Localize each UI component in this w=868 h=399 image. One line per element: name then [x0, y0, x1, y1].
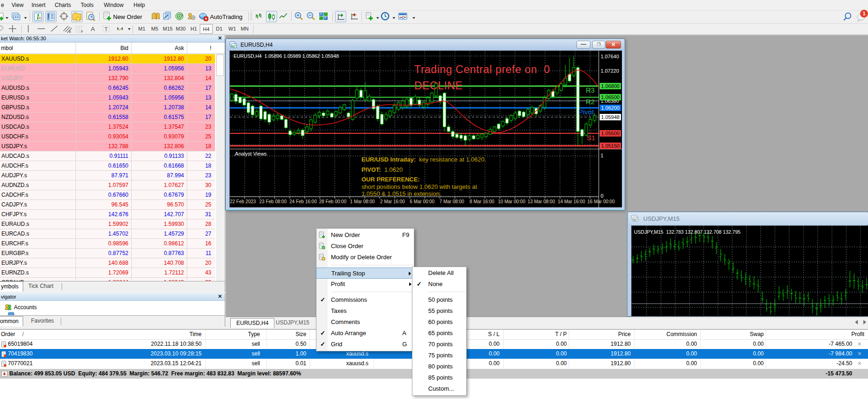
svg-text:F: F — [81, 30, 83, 33]
svg-text:A: A — [91, 25, 95, 32]
svg-text:E: E — [69, 30, 71, 33]
svg-text:T: T — [105, 26, 108, 32]
